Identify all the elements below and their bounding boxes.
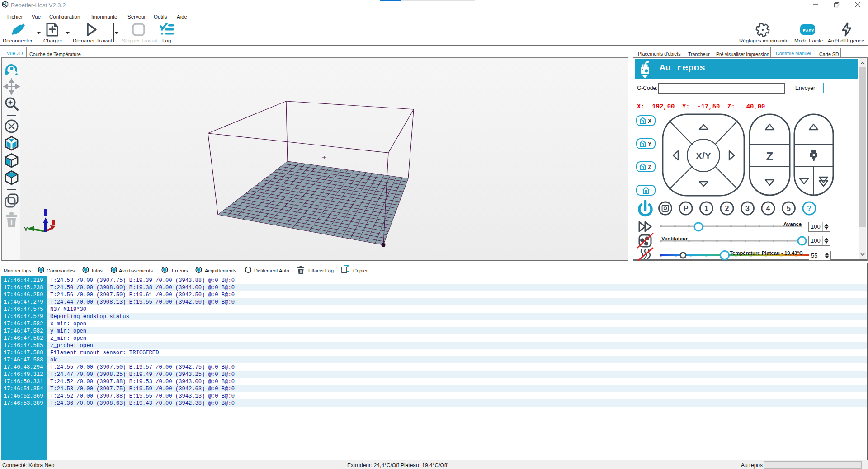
svg-text:1: 1 [704, 205, 708, 212]
svg-text:Y: Y [648, 141, 651, 147]
svg-text:X: X [648, 118, 651, 124]
svg-text:P: P [684, 205, 689, 212]
svg-text:4: 4 [766, 205, 770, 212]
svg-text:Z: Z [766, 150, 774, 163]
svg-text:Z: Z [648, 164, 651, 170]
svg-text:?: ? [807, 205, 811, 212]
svg-text:2: 2 [725, 205, 729, 212]
svg-text:5: 5 [787, 205, 791, 212]
svg-text:X/Y: X/Y [696, 150, 711, 161]
svg-text:Y: Y [24, 226, 28, 233]
svg-text:3: 3 [745, 205, 750, 212]
